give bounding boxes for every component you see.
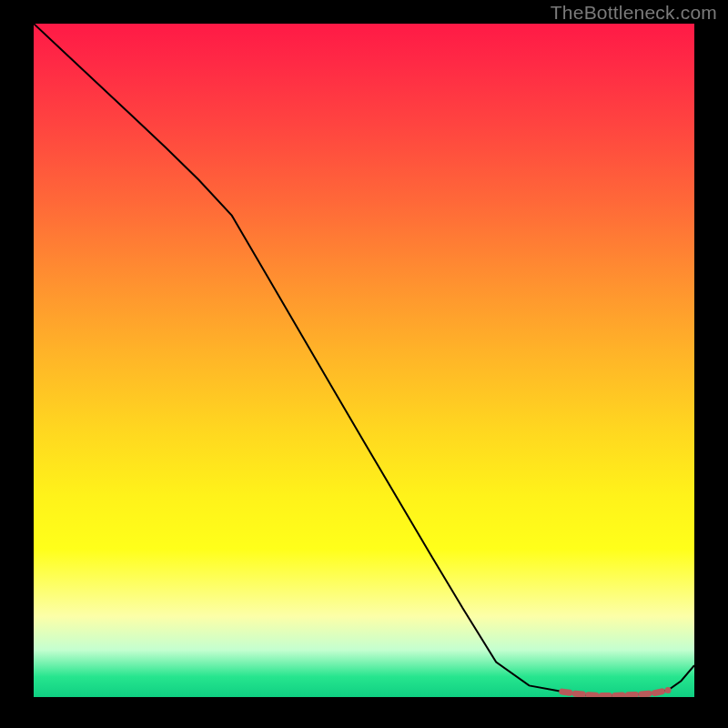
plot-area [34, 24, 694, 697]
dotted-dash [575, 693, 582, 694]
dotted-dash [562, 692, 570, 693]
dotted-trough [562, 687, 672, 695]
curve-line [34, 24, 694, 696]
dotted-end-point [665, 687, 672, 693]
dotted-dash [642, 693, 649, 694]
curve-overlay [34, 24, 694, 697]
dotted-dash [654, 692, 662, 693]
chart-stage: TheBottleneck.com [0, 0, 728, 728]
watermark-text: TheBottleneck.com [551, 2, 717, 24]
